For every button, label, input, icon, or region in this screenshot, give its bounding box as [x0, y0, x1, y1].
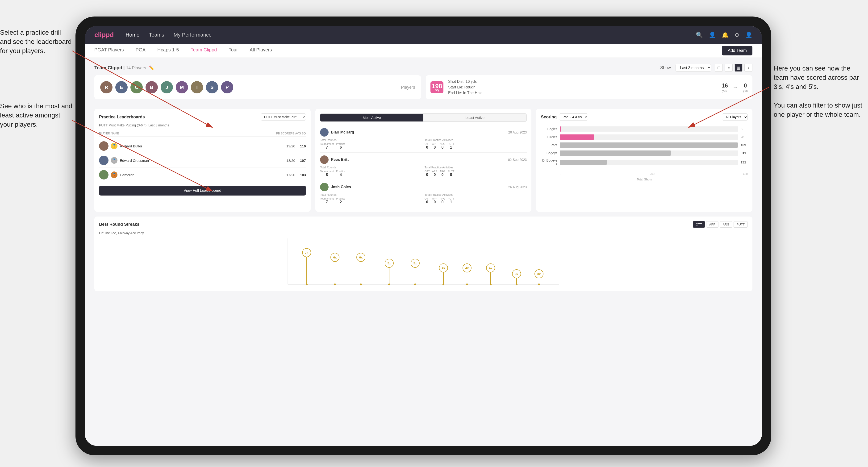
subnav-tour[interactable]: Tour — [228, 47, 238, 54]
avatar-2[interactable]: E — [115, 81, 128, 93]
scoring-players-filter[interactable]: All Players — [722, 114, 748, 121]
scoring-par-filter[interactable]: Par 3, 4 & 5s — [559, 114, 588, 121]
practice-label-1: Practice — [336, 143, 346, 145]
show-select[interactable]: Last 3 months — [676, 64, 711, 72]
putt-col-1: PUTT 1 — [448, 143, 455, 150]
bogeys-bar — [560, 151, 671, 156]
col-avg: PB AVG SQ — [291, 132, 306, 135]
app-val-3: 0 — [432, 200, 437, 204]
add-team-button[interactable]: Add Team — [722, 46, 752, 55]
team-name: Team Clippd — [94, 65, 122, 70]
bar-eagles: Eagles 3 — [541, 126, 748, 132]
avatar-5[interactable]: J — [161, 81, 173, 93]
nav-home[interactable]: Home — [125, 32, 140, 38]
timeline-chart-svg: 7x 6x 6x 5x — [99, 239, 748, 286]
avatar-4[interactable]: B — [146, 81, 158, 93]
practice-vals-3: OTT 0 APP 0 ARG 0 — [425, 197, 527, 204]
rounds-values-3: Tournament 7 Practice 2 — [320, 197, 422, 204]
activity-date-1: 26 Aug 2023 — [508, 130, 527, 134]
user-avatar[interactable]: 👤 — [745, 32, 752, 38]
lb-name-2: Edward Crossman — [120, 158, 284, 162]
lb-row-1[interactable]: 🥇 Richard Butler 19/20 110 — [99, 139, 306, 153]
shot-end-lie: End Lie: In The Hole — [448, 90, 483, 96]
birdies-val: 96 — [741, 135, 748, 139]
nav-teams[interactable]: Teams — [149, 32, 164, 38]
subnav-pgat[interactable]: PGAT Players — [94, 47, 124, 54]
total-rounds-label-3: Total Rounds — [320, 193, 422, 196]
bogeys-val: 311 — [741, 151, 748, 155]
annotation-right: Here you can see how the team have score… — [774, 64, 863, 119]
lb-row-3[interactable]: 🥉 Cameron... 17/20 103 — [99, 168, 306, 182]
practice-val-3: 2 — [336, 200, 346, 204]
activity-date-2: 02 Sep 2023 — [508, 158, 527, 161]
subnav-team-clippd[interactable]: Team Clippd — [191, 47, 217, 54]
avatar-6[interactable]: M — [176, 81, 188, 93]
svg-text:7x: 7x — [305, 251, 309, 254]
tablet-screen: clippd Home Teams My Performance 🔍 👤 🔔 ⊕… — [85, 26, 762, 446]
nav-my-performance[interactable]: My Performance — [174, 32, 212, 38]
avatar-9[interactable]: P — [221, 81, 233, 93]
sub-nav: PGAT Players PGA Hcaps 1-5 Team Clippd T… — [85, 44, 762, 58]
subnav-hcaps[interactable]: Hcaps 1-5 — [157, 47, 179, 54]
card-view-btn[interactable]: ▦ — [735, 64, 743, 72]
filter-putt[interactable]: PUTT — [734, 221, 748, 228]
filter-ott[interactable]: OTT — [693, 221, 705, 228]
svg-point-27 — [466, 283, 468, 285]
streaks-subtitle: Off The Tee, Fairway Accuracy — [99, 231, 748, 235]
profile-icon[interactable]: 👤 — [709, 32, 716, 38]
edit-icon[interactable]: ✏️ — [149, 66, 154, 70]
avatar-8[interactable]: S — [206, 81, 218, 93]
subnav-all-players[interactable]: All Players — [250, 47, 272, 54]
filter-arg[interactable]: ARG — [720, 221, 733, 228]
streaks-card: Best Round Streaks OTT APP ARG PUTT Off … — [94, 217, 752, 291]
svg-point-31 — [490, 283, 492, 285]
avatar-1[interactable]: R — [100, 81, 113, 93]
shot-dist: Shot Dist: 16 yds — [448, 79, 483, 85]
search-icon[interactable]: 🔍 — [696, 32, 703, 38]
dbogeys-bar — [560, 160, 607, 165]
list-view-btn[interactable]: ≡ — [724, 64, 733, 72]
practice-activities-group-2: Total Practice Activities OTT 0 APP 0 — [425, 166, 527, 177]
arg-label-3: ARG — [440, 197, 445, 200]
svg-text:6x: 6x — [359, 256, 363, 259]
drill-subtitle: PUTT Must Make Putting (3-6 ft), Last 3 … — [99, 123, 306, 127]
svg-text:5x: 5x — [413, 261, 417, 265]
lb-score-2: 18/20 — [286, 158, 295, 162]
yard-val-2: 0 — [743, 82, 748, 89]
tab-least-active[interactable]: Least Active — [423, 114, 526, 121]
practice-activities-label-1: Total Practice Activities — [425, 138, 527, 142]
shot-info-text: Shot Dist: 16 yds Start Lie: Rough End L… — [448, 79, 483, 96]
leaderboard-card: Practice Leaderboards PUTT Must Make Put… — [94, 109, 311, 212]
subnav-pga[interactable]: PGA — [135, 47, 146, 54]
scoring-title: Scoring — [541, 115, 557, 120]
activity-header-3: Josh Coles 26 Aug 2023 — [320, 183, 527, 191]
team-title-group: Team Clippd | 14 Players ✏️ — [94, 65, 154, 70]
bell-icon[interactable]: 🔔 — [722, 32, 729, 38]
avatar-3[interactable]: C — [130, 81, 143, 93]
filter-app[interactable]: APP — [706, 221, 718, 228]
app-col-3: APP 0 — [432, 197, 437, 204]
lb-table-header: PLAYER NAME PB SCORE PB AVG SQ — [99, 131, 306, 136]
tab-most-active[interactable]: Most Active — [320, 114, 423, 121]
ott-col-3: OTT 0 — [425, 197, 430, 204]
birdies-bar — [560, 134, 594, 139]
settings-icon[interactable]: ⊕ — [735, 32, 739, 38]
avatar-7[interactable]: T — [191, 81, 203, 93]
putt-col-2: PUTT 0 — [448, 170, 455, 177]
ott-label-3: OTT — [425, 197, 430, 200]
total-rounds-group-1: Total Rounds Tournament 7 Practice 6 — [320, 138, 422, 150]
sort-btn[interactable]: ↕ — [744, 64, 752, 72]
shot-start-lie: Start Lie: Rough — [448, 85, 483, 90]
putt-label-3: PUTT — [448, 197, 455, 200]
lb-row-2[interactable]: 🥈 Edward Crossman 18/20 107 — [99, 153, 306, 168]
grid-view-btn[interactable]: ⊞ — [715, 64, 723, 72]
view-full-leaderboard-button[interactable]: View Full Leaderboard — [99, 186, 306, 195]
eagles-val: 3 — [741, 127, 748, 131]
arg-col-2: ARG 0 — [440, 170, 445, 177]
drill-select[interactable]: PUTT Must Make Putt... — [261, 114, 306, 121]
app-label-1: APP — [432, 143, 437, 145]
putt-label-1: PUTT — [448, 143, 455, 145]
show-control: Show: Last 3 months ⊞ ≡ ▦ ↕ — [660, 64, 752, 72]
activity-player-2: Rees Britt 02 Sep 2023 Total Rounds Tour… — [320, 153, 527, 180]
activity-name-2: Rees Britt — [331, 158, 506, 162]
